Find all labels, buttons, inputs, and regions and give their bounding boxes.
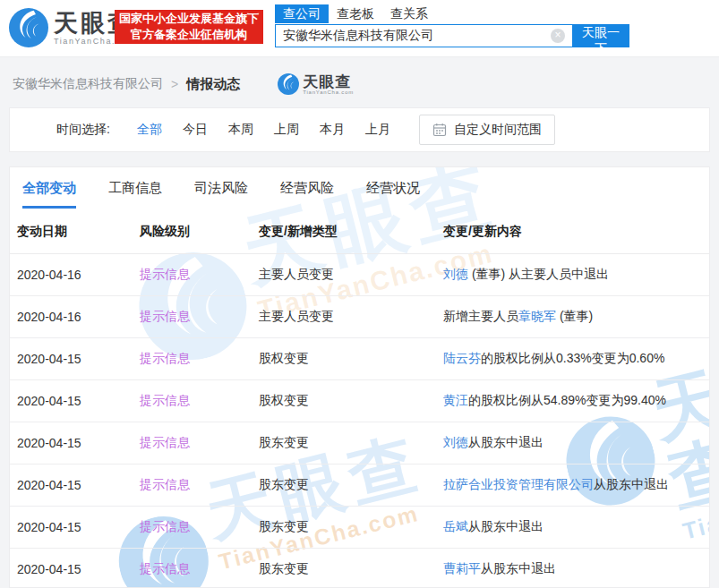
row-date: 2020-04-16 <box>10 268 140 282</box>
search-tab-boss[interactable]: 查老板 <box>329 4 382 23</box>
custom-date-range-button[interactable]: 自定义时间范围 <box>419 115 555 145</box>
table-row: 2020-04-15提示信息股东变更曹莉平从股东中退出 <box>10 549 709 588</box>
search-button[interactable]: 天眼一下 <box>572 24 629 47</box>
search-bar: × 天眼一下 <box>275 24 629 47</box>
change-content: 黄汪的股权比例从54.89%变更为99.40% <box>443 393 709 409</box>
content-text: (董事) 从主要人员中退出 <box>468 267 609 281</box>
entity-link[interactable]: 刘德 <box>443 267 468 281</box>
content-text: 从股东中退出 <box>468 519 544 533</box>
entity-link[interactable]: 拉萨合业投资管理有限公司 <box>443 477 594 491</box>
tab-all-changes[interactable]: 全部变动 <box>22 180 76 209</box>
column-header-date: 变动日期 <box>10 224 140 240</box>
change-type: 主要人员变更 <box>259 309 443 325</box>
entity-link[interactable]: 曹莉平 <box>443 561 481 575</box>
breadcrumb-company-link[interactable]: 安徽华米信息科技有限公司 <box>13 76 163 92</box>
content-text: 从股东中退出 <box>594 477 669 491</box>
badge-line1: 国家中小企业发展基金旗下 <box>115 11 263 27</box>
breadcrumb-separator-icon: > <box>171 77 178 91</box>
tab-operating-risk[interactable]: 经营风险 <box>280 180 334 209</box>
entity-link[interactable]: 黄汪 <box>443 393 468 407</box>
table-row: 2020-04-15提示信息股东变更刘德从股东中退出 <box>10 422 709 464</box>
entity-link[interactable]: 岳斌 <box>443 519 468 533</box>
row-date: 2020-04-15 <box>10 394 140 408</box>
content-text: 新增主要人员 <box>443 309 518 323</box>
change-content: 拉萨合业投资管理有限公司从股东中退出 <box>443 477 709 493</box>
risk-level-link[interactable]: 提示信息 <box>140 351 259 367</box>
change-type: 股东变更 <box>259 561 443 577</box>
time-filter-options: 全部 今日 本周 上周 本月 上月 <box>137 122 390 138</box>
table-row: 2020-04-15提示信息股东变更岳斌从股东中退出 <box>10 507 709 549</box>
risk-level-link[interactable]: 提示信息 <box>140 477 259 493</box>
time-filter-card: 时间选择: 全部 今日 本周 上周 本月 上月 自定义时间范围 <box>9 107 710 152</box>
breadcrumb-logo: 天眼查 TianYanCha.com <box>278 73 354 95</box>
page-title: 情报动态 <box>186 76 240 93</box>
tianyancha-swirl-icon <box>9 8 48 47</box>
time-option-all[interactable]: 全部 <box>137 122 162 138</box>
content-text: 的股权比例从54.89%变更为99.40% <box>468 393 666 407</box>
search-input[interactable] <box>275 24 572 47</box>
tianyancha-swirl-icon <box>278 73 299 95</box>
calendar-icon <box>432 123 447 137</box>
entity-link[interactable]: 章晓军 <box>518 309 556 323</box>
change-type: 股东变更 <box>259 477 443 493</box>
logo-domain: TianYanCha.com <box>303 89 354 95</box>
risk-level-link[interactable]: 提示信息 <box>140 561 259 577</box>
time-option-this-month[interactable]: 本月 <box>320 122 345 138</box>
time-option-this-week[interactable]: 本周 <box>228 122 253 138</box>
content-text: (董事) <box>556 309 593 323</box>
change-content: 岳斌从股东中退出 <box>443 519 709 535</box>
column-header-change-type: 变更/新增类型 <box>259 224 443 240</box>
column-header-change-content: 变更/更新内容 <box>443 224 709 240</box>
change-type: 股东变更 <box>259 519 443 535</box>
search-type-tabs: 查公司 查老板 查关系 <box>275 4 436 23</box>
breadcrumb: 安徽华米信息科技有限公司 > 情报动态 天眼查 TianYanCha.com <box>13 73 354 95</box>
row-date: 2020-04-15 <box>10 352 140 366</box>
content-text: 从股东中退出 <box>481 561 556 575</box>
row-date: 2020-04-15 <box>10 562 140 576</box>
top-header: 天眼查 TianYanCha.com 国家中小企业发展基金旗下 官方备案企业征信… <box>0 0 719 57</box>
change-content: 新增主要人员章晓军 (董事) <box>443 309 709 325</box>
risk-level-link[interactable]: 提示信息 <box>140 435 259 451</box>
time-filter-label: 时间选择: <box>56 122 110 138</box>
change-content: 曹莉平从股东中退出 <box>443 561 709 577</box>
table-body: 2020-04-16提示信息主要人员变更刘德 (董事) 从主要人员中退出2020… <box>10 254 709 588</box>
time-option-today[interactable]: 今日 <box>183 122 208 138</box>
search-tab-relation[interactable]: 查关系 <box>382 4 436 23</box>
search-tab-company[interactable]: 查公司 <box>275 4 329 23</box>
official-badge: 国家中小企业发展基金旗下 官方备案企业征信机构 <box>115 10 263 44</box>
change-type: 主要人员变更 <box>259 267 443 283</box>
row-date: 2020-04-15 <box>10 520 140 534</box>
risk-level-link[interactable]: 提示信息 <box>140 309 259 325</box>
change-content: 陆云芬的股权比例从0.33%变更为0.60% <box>443 351 709 367</box>
tab-judicial-risk[interactable]: 司法风险 <box>194 180 248 209</box>
entity-link[interactable]: 陆云芬 <box>443 351 481 365</box>
table-row: 2020-04-16提示信息主要人员变更新增主要人员章晓军 (董事) <box>10 296 709 338</box>
risk-level-link[interactable]: 提示信息 <box>140 393 259 409</box>
entity-link[interactable]: 刘德 <box>443 435 468 449</box>
table-row: 2020-04-16提示信息主要人员变更刘德 (董事) 从主要人员中退出 <box>10 254 709 296</box>
table-header: 变动日期 风险级别 变更/新增类型 变更/更新内容 <box>10 210 709 254</box>
change-content: 刘德从股东中退出 <box>443 435 709 451</box>
clear-search-icon[interactable]: × <box>551 29 565 43</box>
change-type: 股东变更 <box>259 435 443 451</box>
content-text: 从股东中退出 <box>468 435 544 449</box>
risk-level-link[interactable]: 提示信息 <box>140 519 259 535</box>
column-header-risk-level: 风险级别 <box>140 224 259 240</box>
logo-title: 天眼查 <box>303 74 354 89</box>
content-text: 的股权比例从0.33%变更为0.60% <box>481 351 664 365</box>
badge-line2: 官方备案企业征信机构 <box>115 27 263 43</box>
change-type: 股权变更 <box>259 351 443 367</box>
risk-level-link[interactable]: 提示信息 <box>140 267 259 283</box>
tab-business-info[interactable]: 工商信息 <box>108 180 162 209</box>
time-option-last-month[interactable]: 上月 <box>365 122 390 138</box>
row-date: 2020-04-15 <box>10 478 140 492</box>
custom-date-range-label: 自定义时间范围 <box>454 122 542 138</box>
change-type: 股权变更 <box>259 393 443 409</box>
table-row: 2020-04-15提示信息股权变更黄汪的股权比例从54.89%变更为99.40… <box>10 380 709 422</box>
category-tabs: 全部变动 工商信息 司法风险 经营风险 经营状况 <box>10 167 709 209</box>
row-date: 2020-04-15 <box>10 436 140 450</box>
table-row: 2020-04-15提示信息股东变更拉萨合业投资管理有限公司从股东中退出 <box>10 464 709 507</box>
tab-operating-status[interactable]: 经营状况 <box>366 180 420 209</box>
time-option-last-week[interactable]: 上周 <box>274 122 299 138</box>
changes-card: 天眼查 TianYanCha.com 天眼查 TianYanCha.com 天眼… <box>9 166 710 588</box>
